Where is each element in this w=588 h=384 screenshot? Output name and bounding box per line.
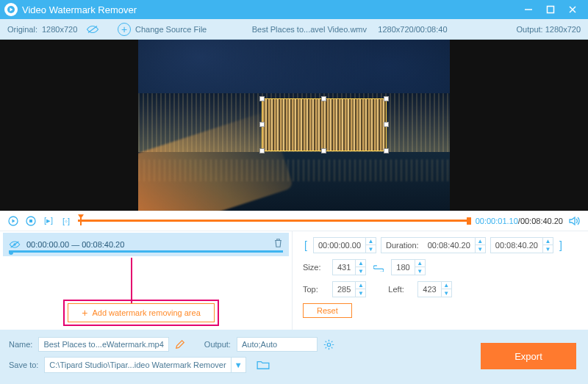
- segments-pane: 00:00:00.00 — 00:08:40.20 + Add watermar…: [0, 231, 293, 330]
- start-time-input[interactable]: 00:00:00.00▲▼: [313, 237, 376, 253]
- total-time: 00:08:40.20: [520, 217, 563, 225]
- saveto-value: C:\Tipard Studio\Tipar...ideo Watermark …: [49, 361, 226, 369]
- segment-range: 00:00:00.00 — 00:08:40.20: [26, 240, 124, 249]
- close-button[interactable]: [562, 2, 584, 17]
- timeline-slider[interactable]: [78, 216, 470, 226]
- spin-down[interactable]: ▼: [415, 267, 425, 275]
- resize-handle-bm[interactable]: [321, 148, 326, 153]
- spin-down[interactable]: ▼: [543, 245, 553, 253]
- resize-handle-tm[interactable]: [321, 96, 326, 101]
- file-dimensions: 1280x720/00:08:40: [378, 25, 447, 34]
- add-area-label: Add watermark removing area: [92, 308, 200, 317]
- resize-handle-mr[interactable]: [384, 122, 389, 127]
- spin-down[interactable]: ▼: [356, 289, 365, 297]
- preview-toggle-icon[interactable]: [86, 25, 99, 34]
- maximize-button[interactable]: [539, 2, 562, 17]
- resize-handle-br[interactable]: [384, 148, 389, 153]
- segment-track[interactable]: [9, 250, 283, 253]
- spin-down[interactable]: ▼: [366, 245, 376, 253]
- spin-up[interactable]: ▲: [442, 281, 451, 289]
- app-title: Video Watermark Remover: [22, 4, 137, 15]
- name-label: Name:: [9, 340, 32, 349]
- segment-playhead[interactable]: [9, 250, 13, 255]
- export-button[interactable]: Export: [481, 343, 576, 369]
- file-meta: Best Places to...avel Video.wmv 1280x720…: [207, 25, 492, 34]
- saveto-path-select[interactable]: C:\Tipard Studio\Tipar...ideo Watermark …: [44, 357, 245, 373]
- duration-input[interactable]: Duration:00:08:40.20▲▼: [381, 237, 486, 253]
- spin-up[interactable]: ▲: [356, 259, 365, 267]
- app-logo-icon: [4, 3, 18, 16]
- size-label: Size:: [303, 263, 328, 272]
- stop-button[interactable]: [25, 215, 37, 227]
- mark-in-button[interactable]: [▸]: [43, 215, 54, 227]
- top-label: Top:: [303, 285, 328, 294]
- spin-up[interactable]: ▲: [543, 237, 553, 245]
- height-input[interactable]: 180▲▼: [391, 259, 425, 275]
- left-input[interactable]: 423▲▼: [417, 281, 451, 297]
- timecode-display: 00:00:01.10/00:08:40.20: [476, 217, 563, 225]
- add-watermark-area-button[interactable]: + Add watermark removing area: [68, 303, 215, 322]
- change-source-button[interactable]: + Change Source File: [118, 23, 207, 36]
- change-source-label: Change Source File: [135, 25, 207, 34]
- resize-handle-tr[interactable]: [384, 96, 389, 101]
- resize-handle-tl[interactable]: [259, 96, 265, 101]
- play-button[interactable]: [7, 215, 19, 227]
- visibility-icon[interactable]: [9, 240, 21, 249]
- original-resolution: Original: 1280x720: [7, 25, 118, 34]
- resize-handle-bl[interactable]: [259, 148, 265, 153]
- watermark-selection-box[interactable]: [262, 98, 387, 151]
- output-resolution: Output: 1280x720: [492, 25, 581, 34]
- plus-circle-icon: +: [118, 23, 131, 36]
- open-folder-icon[interactable]: [257, 360, 270, 370]
- spin-up[interactable]: ▲: [356, 281, 365, 289]
- end-time-input[interactable]: 00:08:40.20▲▼: [490, 237, 553, 253]
- video-preview[interactable]: [138, 40, 450, 211]
- volume-icon[interactable]: [569, 216, 581, 226]
- bottom-bar: Name: Best Places to...eWatermark.mp4 Ou…: [0, 330, 588, 384]
- reset-button[interactable]: Reset: [303, 303, 352, 318]
- top-input[interactable]: 285▲▼: [332, 281, 366, 297]
- top-toolbar: Original: 1280x720 + Change Source File …: [0, 19, 588, 40]
- output-format-field[interactable]: Auto;Auto: [237, 337, 318, 352]
- rename-icon[interactable]: [175, 339, 185, 349]
- original-label: Original:: [7, 25, 37, 34]
- output-name-field[interactable]: Best Places to...eWatermark.mp4: [38, 337, 168, 352]
- output-format-label: Output:: [204, 340, 231, 349]
- svg-rect-2: [548, 7, 554, 13]
- original-value: 1280x720: [42, 25, 77, 34]
- current-time: 00:00:01.10: [476, 217, 518, 225]
- minimize-button[interactable]: [517, 2, 539, 17]
- spin-up[interactable]: ▲: [366, 237, 376, 245]
- output-value: 1280x720: [545, 25, 581, 34]
- bracket-end-button[interactable]: ]: [558, 239, 564, 251]
- properties-pane: [ 00:00:00.00▲▼ Duration:00:08:40.20▲▼ 0…: [293, 231, 588, 330]
- spin-up[interactable]: ▲: [415, 259, 425, 267]
- spin-down[interactable]: ▼: [476, 245, 485, 253]
- middle-row: 00:00:00.00 — 00:08:40.20 + Add watermar…: [0, 231, 588, 330]
- titlebar: Video Watermark Remover: [0, 0, 588, 19]
- bracket-start-button[interactable]: [: [303, 239, 309, 251]
- saveto-label: Save to:: [9, 361, 38, 369]
- segment-item[interactable]: 00:00:00.00 — 00:08:40.20: [3, 233, 289, 256]
- plus-icon: +: [82, 308, 87, 318]
- playback-bar: [▸] [◦] 00:00:01.10/00:08:40.20: [0, 211, 588, 231]
- file-title: Best Places to...avel Video.wmv: [252, 25, 367, 34]
- link-aspect-icon[interactable]: [370, 263, 387, 272]
- left-label: Left:: [388, 285, 413, 294]
- svg-rect-8: [29, 220, 32, 222]
- width-input[interactable]: 431▲▼: [332, 259, 366, 275]
- spin-up[interactable]: ▲: [476, 237, 485, 245]
- svg-point-11: [327, 343, 331, 347]
- annotation-arrow: [131, 258, 132, 308]
- output-settings-icon[interactable]: [323, 339, 334, 350]
- output-label: Output:: [517, 25, 543, 34]
- saveto-dropdown-icon[interactable]: ▼: [232, 357, 246, 373]
- spin-down[interactable]: ▼: [442, 289, 451, 297]
- mark-out-button[interactable]: [◦]: [60, 215, 72, 227]
- video-stage: [0, 40, 588, 211]
- spin-down[interactable]: ▼: [356, 267, 365, 275]
- playhead[interactable]: [78, 214, 84, 226]
- resize-handle-ml[interactable]: [259, 122, 265, 127]
- delete-segment-icon[interactable]: [273, 238, 283, 248]
